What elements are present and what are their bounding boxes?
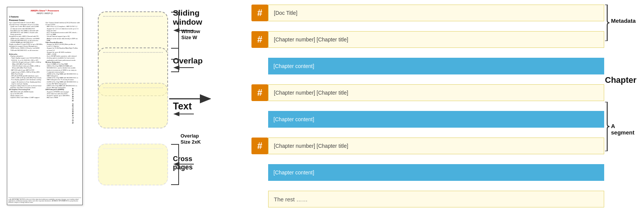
diagram-section: Sliding window Overlap	[86, 0, 250, 212]
bracket-annotations: Metadata Chapter A segment	[604, 3, 638, 209]
doc-title-content: [Doc Title]	[268, 5, 604, 21]
advance-information-text: ADVANCE INFORMATION	[71, 88, 74, 124]
window-box-2-dots	[103, 52, 163, 53]
window-box-3-dots	[103, 87, 163, 88]
arrow-text	[173, 110, 196, 120]
doc-col-right-text: One Camera Serial Interface (CSI-2) Rece…	[46, 22, 80, 98]
window-size-w-label: Window Size W	[181, 28, 200, 40]
chapter3-title-content: [Chapter number] [Chapter title]	[268, 138, 604, 154]
chapter1-title-content: [Chapter number] [Chapter title]	[268, 31, 604, 48]
overlap-size-2xk-bracket	[169, 144, 188, 185]
chapter-label: Chapter	[605, 75, 636, 85]
document-page: AM62Px Sitara™ Processors AM62P2 / AM62P…	[7, 7, 83, 205]
segment-label: A segment	[611, 123, 638, 136]
hash-doc-title: #	[251, 5, 268, 21]
hash-ch2-title: #	[251, 84, 268, 101]
window-box-3	[98, 83, 168, 128]
doc-section2: Processor Cores:	[9, 19, 80, 21]
doc-title-row: # [Doc Title]	[251, 5, 604, 21]
window-box-4-dots	[103, 148, 163, 149]
chapter2-content-row: [Chapter content]	[251, 111, 604, 128]
chapter1-title-row: # [Chapter number] [Chapter title]	[251, 31, 604, 48]
overlap-size-bracket	[169, 47, 188, 73]
chapter2-content-box: [Chapter content]	[268, 111, 604, 128]
hash-ch3-title: #	[251, 138, 268, 154]
window-box-1-dots	[103, 16, 163, 17]
spacer-ch3	[251, 164, 268, 181]
main-wrapper: AM62Px Sitara™ Processors AM62P2 / AM62P…	[0, 0, 644, 212]
structured-panel: # [Doc Title] # [Chapter number] [Chapte…	[250, 0, 644, 212]
spacer-rest	[251, 191, 268, 207]
window-box-4	[98, 144, 168, 185]
chapter3-title-row: # [Chapter number] [Chapter title]	[251, 138, 604, 154]
chapter3-content-box: [Chapter content]	[268, 164, 604, 181]
chapter3-content-row: [Chapter content]	[251, 164, 604, 181]
doc-col-left-text: Up to Quad 64-bit Arm® Cortex®-A53microp…	[9, 22, 44, 98]
structured-rows: # [Doc Title] # [Chapter number] [Chapte…	[251, 3, 604, 209]
chapter1-content-box: [Chapter content]	[268, 58, 604, 74]
chapter1-content-row: [Chapter content]	[251, 58, 604, 74]
doc-title: AM62Px Sitara™ Processors	[9, 9, 80, 12]
spacer-ch1	[251, 58, 268, 74]
doc-col-right: One Camera Serial Interface (CSI-2) Rece…	[46, 22, 80, 98]
doc-footer: ▲ An IMPORTANT NOTICE at the end of this…	[8, 198, 81, 203]
main-right-arrow	[169, 91, 211, 106]
doc-col-left: Up to Quad 64-bit Arm® Cortex®-A53microp…	[9, 22, 44, 98]
spacer-ch2	[251, 111, 268, 128]
chapter2-title-row: # [Chapter number] [Chapter title]	[251, 84, 604, 101]
hash-ch1-title: #	[251, 31, 268, 48]
doc-columns: Up to Quad 64-bit Arm® Cortex®-A53microp…	[9, 22, 80, 98]
doc-section1: 1 Features	[9, 16, 80, 18]
metadata-label: Metadata	[611, 17, 636, 24]
overlap-size-label: Overlap Size 2xK	[181, 133, 201, 145]
doc-subtitle: AM62P2 / AM62P-Q1	[9, 13, 80, 14]
chapter2-title-content: [Chapter number] [Chapter title]	[268, 84, 604, 101]
rest-row: The rest ……	[251, 191, 604, 207]
rest-content-box: The rest ……	[268, 191, 604, 207]
